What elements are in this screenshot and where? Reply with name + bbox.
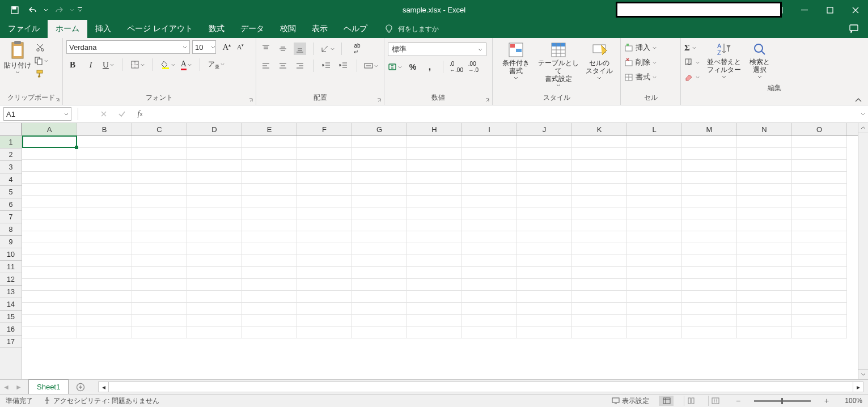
cell[interactable] xyxy=(297,291,352,303)
row-header[interactable]: 9 xyxy=(0,236,22,248)
align-bottom-button[interactable] xyxy=(294,43,306,55)
cell[interactable] xyxy=(737,207,792,219)
cell[interactable] xyxy=(22,267,77,279)
column-header[interactable]: I xyxy=(462,123,517,135)
cell[interactable] xyxy=(22,279,77,291)
decrease-font-button[interactable]: A▾ xyxy=(234,41,247,53)
cell[interactable] xyxy=(132,279,187,291)
cell[interactable] xyxy=(22,327,77,338)
display-settings-button[interactable]: 表示設定 xyxy=(612,396,649,406)
cell[interactable] xyxy=(352,267,407,279)
cell[interactable] xyxy=(77,315,132,327)
cell[interactable] xyxy=(462,327,517,338)
cell[interactable] xyxy=(462,184,517,196)
cell[interactable] xyxy=(132,172,187,184)
cell[interactable] xyxy=(792,315,847,327)
row-header[interactable]: 5 xyxy=(0,186,22,198)
cell[interactable] xyxy=(407,267,462,279)
cell[interactable] xyxy=(187,231,242,243)
cell[interactable] xyxy=(242,160,297,172)
cell[interactable] xyxy=(682,231,737,243)
cell[interactable] xyxy=(572,255,627,267)
cell[interactable] xyxy=(242,196,297,207)
wrap-text-button[interactable]: ab↵ xyxy=(349,43,366,55)
cell[interactable] xyxy=(517,255,572,267)
cell[interactable] xyxy=(22,184,77,196)
cell[interactable] xyxy=(682,327,737,338)
cell[interactable] xyxy=(627,327,682,338)
delete-cells-button[interactable]: 削除 xyxy=(624,56,657,69)
cell[interactable] xyxy=(682,291,737,303)
cell[interactable] xyxy=(627,279,682,291)
cell[interactable] xyxy=(627,148,682,160)
cell[interactable] xyxy=(517,172,572,184)
scroll-left-button[interactable]: ◂ xyxy=(98,381,109,392)
cell[interactable] xyxy=(187,255,242,267)
worksheet-grid[interactable]: 1234567891011121314151617 ABCDEFGHIJKLMN… xyxy=(0,123,868,379)
comma-button[interactable]: , xyxy=(424,61,436,73)
cell[interactable] xyxy=(572,160,627,172)
cell[interactable] xyxy=(77,148,132,160)
cell[interactable] xyxy=(517,184,572,196)
cell[interactable] xyxy=(242,327,297,338)
cell[interactable] xyxy=(517,267,572,279)
cell[interactable] xyxy=(407,291,462,303)
cell[interactable] xyxy=(737,148,792,160)
cell[interactable] xyxy=(77,219,132,231)
cell[interactable] xyxy=(242,231,297,243)
row-header[interactable]: 16 xyxy=(0,323,22,336)
cell[interactable] xyxy=(22,243,77,255)
cell[interactable] xyxy=(242,255,297,267)
cell[interactable] xyxy=(297,315,352,327)
tab-data[interactable]: データ xyxy=(232,20,272,38)
tab-view[interactable]: 表示 xyxy=(304,20,336,38)
cell[interactable] xyxy=(352,303,407,315)
cell[interactable] xyxy=(132,303,187,315)
column-header[interactable]: L xyxy=(627,123,682,135)
increase-decimal-button[interactable]: .0←.00 xyxy=(450,61,463,73)
cell[interactable] xyxy=(682,184,737,196)
cell[interactable] xyxy=(682,255,737,267)
cell[interactable] xyxy=(627,231,682,243)
row-header[interactable]: 11 xyxy=(0,261,22,273)
cell[interactable] xyxy=(77,303,132,315)
cell[interactable] xyxy=(407,231,462,243)
cell[interactable] xyxy=(132,231,187,243)
cell[interactable] xyxy=(462,291,517,303)
cell[interactable] xyxy=(572,243,627,255)
cell[interactable] xyxy=(627,291,682,303)
cell[interactable] xyxy=(792,231,847,243)
minimize-button[interactable] xyxy=(791,1,817,19)
normal-view-button[interactable] xyxy=(659,396,674,406)
cell[interactable] xyxy=(242,315,297,327)
increase-indent-button[interactable] xyxy=(337,60,350,72)
new-sheet-button[interactable] xyxy=(74,381,87,393)
row-header[interactable]: 14 xyxy=(0,298,22,311)
enter-formula-button[interactable] xyxy=(116,108,128,120)
cell[interactable] xyxy=(22,172,77,184)
cell[interactable] xyxy=(572,303,627,315)
cell[interactable] xyxy=(627,160,682,172)
cell[interactable] xyxy=(737,136,792,148)
redo-dropdown[interactable] xyxy=(69,2,75,18)
cell[interactable] xyxy=(572,279,627,291)
cell[interactable] xyxy=(407,303,462,315)
cell[interactable] xyxy=(22,303,77,315)
cell[interactable] xyxy=(132,315,187,327)
cell[interactable] xyxy=(132,255,187,267)
cell[interactable] xyxy=(407,219,462,231)
cell[interactable] xyxy=(187,172,242,184)
cell[interactable] xyxy=(297,172,352,184)
cell[interactable] xyxy=(22,148,77,160)
cell[interactable] xyxy=(77,136,132,148)
cell[interactable] xyxy=(297,160,352,172)
align-top-button[interactable] xyxy=(260,43,272,55)
cell[interactable] xyxy=(187,279,242,291)
cell[interactable] xyxy=(572,315,627,327)
cell[interactable] xyxy=(77,196,132,207)
scroll-right-button[interactable]: ▸ xyxy=(853,381,863,392)
orientation-button[interactable] xyxy=(320,44,335,53)
clear-button[interactable] xyxy=(684,71,700,83)
cell[interactable] xyxy=(627,219,682,231)
cell[interactable] xyxy=(352,160,407,172)
